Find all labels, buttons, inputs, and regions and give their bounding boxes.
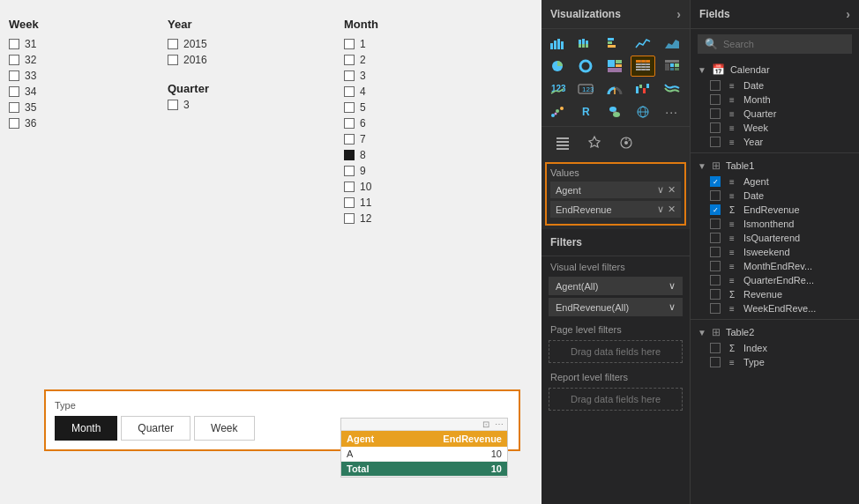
table1-weekendrev-checkbox[interactable]: [710, 303, 721, 314]
table1-revenue-item[interactable]: Σ Revenue: [691, 287, 859, 301]
month-4-checkbox[interactable]: [344, 86, 355, 97]
month-8[interactable]: 8: [344, 149, 485, 161]
table-expand-icon[interactable]: ⊡: [482, 419, 489, 429]
page-drag-zone[interactable]: Drag data fields here: [549, 340, 683, 363]
calendar-collapse-icon[interactable]: ▼: [698, 65, 706, 75]
table-viz-icon[interactable]: [631, 56, 655, 77]
calendar-date-checkbox[interactable]: [710, 80, 721, 91]
year-2016[interactable]: 2016: [168, 54, 309, 66]
search-input[interactable]: [723, 39, 845, 49]
month-1[interactable]: 1: [344, 38, 485, 50]
month-11-checkbox[interactable]: [344, 197, 355, 208]
table1-quarterendrev-item[interactable]: ≡ QuarterEndRe...: [691, 273, 859, 287]
table1-monthendrev-item[interactable]: ≡ MonthEndRev...: [691, 259, 859, 273]
week-35-checkbox[interactable]: [9, 102, 19, 113]
week-33[interactable]: 33: [9, 70, 150, 82]
month-11[interactable]: 11: [344, 196, 485, 209]
calendar-quarter-checkbox[interactable]: [710, 108, 721, 119]
week-36-checkbox[interactable]: [9, 118, 19, 129]
week-31[interactable]: 31: [9, 38, 150, 50]
month-2-checkbox[interactable]: [344, 55, 355, 65]
month-3-checkbox[interactable]: [344, 70, 355, 81]
week-31-checkbox[interactable]: [9, 39, 19, 49]
week-33-checkbox[interactable]: [9, 70, 19, 81]
table1-agent-item[interactable]: ≡ Agent: [691, 174, 859, 189]
table2-group-header[interactable]: ▼ ⊞ Table2: [691, 323, 859, 341]
table1-endrevenue-item[interactable]: Σ EndRevenue: [691, 203, 859, 217]
values-agent-dropdown[interactable]: ∨: [657, 184, 664, 196]
table1-ismonthend-item[interactable]: ≡ Ismonthend: [691, 217, 859, 231]
table1-revenue-checkbox[interactable]: [710, 289, 721, 300]
calendar-year-item[interactable]: ≡ Year: [691, 135, 859, 149]
pie-chart-icon[interactable]: [545, 56, 570, 77]
table2-type-checkbox[interactable]: [710, 357, 721, 367]
month-7[interactable]: 7: [344, 133, 485, 145]
week-34[interactable]: 34: [9, 85, 150, 98]
table1-isquarterend-item[interactable]: ≡ IsQuarterend: [691, 231, 859, 245]
table1-date-item[interactable]: ≡ Date: [691, 189, 859, 203]
month-4[interactable]: 4: [344, 85, 485, 98]
week-36[interactable]: 36: [9, 117, 150, 130]
month-9-checkbox[interactable]: [344, 166, 355, 176]
month-12[interactable]: 12: [344, 212, 485, 225]
table2-index-checkbox[interactable]: [710, 343, 721, 353]
table1-collapse-icon[interactable]: ▼: [698, 161, 706, 171]
fields-tool-btn[interactable]: [549, 130, 577, 155]
calendar-month-item[interactable]: ≡ Month: [691, 93, 859, 107]
table1-isweekend-item[interactable]: ≡ Isweekend: [691, 245, 859, 259]
week-32-checkbox[interactable]: [9, 55, 19, 65]
month-1-checkbox[interactable]: [344, 39, 355, 49]
report-drag-zone[interactable]: Drag data fields here: [549, 388, 683, 411]
calendar-month-checkbox[interactable]: [710, 94, 721, 105]
stacked-bar-icon[interactable]: [573, 33, 598, 54]
table1-monthendrev-checkbox[interactable]: [710, 261, 721, 271]
table2-index-item[interactable]: Σ Index: [691, 341, 859, 355]
search-box[interactable]: 🔍: [698, 34, 852, 54]
month-5-checkbox[interactable]: [344, 102, 355, 113]
donut-icon[interactable]: [573, 56, 598, 77]
year-2016-checkbox[interactable]: [168, 55, 178, 65]
clustered-bar-icon[interactable]: [602, 33, 627, 54]
bar-chart-icon[interactable]: [545, 33, 570, 54]
waterfall-icon[interactable]: [631, 78, 655, 100]
viz-chevron[interactable]: ›: [676, 7, 681, 21]
month-6-checkbox[interactable]: [344, 118, 355, 129]
table2-type-item[interactable]: ≡ Type: [691, 355, 859, 369]
quarter-button[interactable]: Quarter: [121, 416, 190, 441]
table1-endrevenue-checkbox[interactable]: [710, 204, 721, 215]
month-5[interactable]: 5: [344, 101, 485, 114]
table1-quarterendrev-checkbox[interactable]: [710, 275, 721, 285]
month-12-checkbox[interactable]: [344, 213, 355, 224]
table1-isquarterend-checkbox[interactable]: [710, 233, 721, 243]
calendar-week-item[interactable]: ≡ Week: [691, 121, 859, 135]
ribbon-icon[interactable]: [660, 78, 684, 100]
calendar-date-item[interactable]: ≡ Date: [691, 78, 859, 93]
week-button[interactable]: Week: [194, 416, 254, 441]
table-more-icon[interactable]: ⋯: [495, 419, 504, 429]
filter-endrevenue-expand[interactable]: ∨: [669, 301, 676, 313]
month-3[interactable]: 3: [344, 70, 485, 82]
globe-icon[interactable]: [631, 101, 655, 122]
week-35[interactable]: 35: [9, 101, 150, 114]
values-endrevenue-remove[interactable]: ✕: [668, 204, 676, 215]
values-item-agent[interactable]: Agent ∨ ✕: [550, 182, 681, 198]
card-icon[interactable]: 123: [573, 78, 598, 100]
month-2[interactable]: 2: [344, 54, 485, 66]
values-agent-remove[interactable]: ✕: [668, 184, 676, 196]
week-32[interactable]: 32: [9, 54, 150, 66]
line-chart-icon[interactable]: [631, 33, 655, 54]
month-8-checkbox[interactable]: [344, 150, 355, 160]
r-script-icon[interactable]: R: [573, 101, 598, 122]
table1-date-checkbox[interactable]: [710, 190, 721, 201]
analytics-tool-btn[interactable]: [612, 130, 640, 155]
area-chart-icon[interactable]: [660, 33, 684, 54]
year-2015-checkbox[interactable]: [168, 39, 178, 49]
calendar-quarter-item[interactable]: ≡ Quarter: [691, 107, 859, 121]
year-2015[interactable]: 2015: [168, 38, 309, 50]
month-9[interactable]: 9: [344, 165, 485, 177]
month-10[interactable]: 10: [344, 181, 485, 193]
filter-endrevenue-pill[interactable]: EndRevenue(All) ∨: [549, 298, 683, 316]
more-visuals-icon[interactable]: ···: [660, 101, 684, 122]
table1-isweekend-checkbox[interactable]: [710, 247, 721, 257]
month-button[interactable]: Month: [55, 416, 117, 441]
